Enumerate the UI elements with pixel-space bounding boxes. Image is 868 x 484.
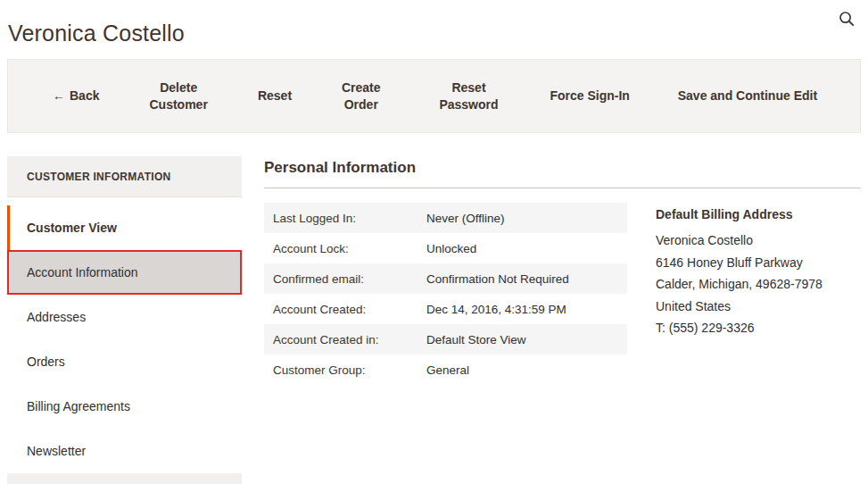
row-label: Confirmed email: (264, 272, 426, 286)
row-value: General (426, 363, 469, 377)
billing-address-title: Default Billing Address (656, 207, 865, 221)
sidebar-header: CUSTOMER INFORMATION (7, 156, 242, 197)
row-value: Dec 14, 2016, 4:31:59 PM (426, 303, 566, 316)
table-row: Last Logged In: Never (Offline) (264, 203, 627, 233)
table-row: Account Created in: Default Store View (264, 324, 627, 355)
back-button-label: Back (70, 88, 99, 103)
delete-customer-button[interactable]: Delete Customer (140, 79, 217, 113)
back-button[interactable]: ←Back (53, 88, 99, 104)
default-billing-address: Default Billing Address Veronica Costell… (656, 207, 865, 339)
row-label: Account Created: (264, 303, 426, 316)
sidebar-item-billing-agreements[interactable]: Billing Agreements (7, 384, 242, 429)
row-label: Last Logged In: (264, 212, 426, 225)
create-order-button[interactable]: Create Order (333, 79, 390, 113)
reset-password-button[interactable]: Reset Password (430, 79, 507, 113)
row-label: Account Lock: (264, 242, 426, 255)
row-value: Never (Offline) (426, 212, 505, 225)
table-row: Confirmed email: Confirmation Not Requir… (264, 263, 627, 294)
sidebar-footer-strip (7, 473, 242, 484)
sidebar-nav: Customer View Account Information Addres… (7, 205, 242, 473)
billing-address-line: 6146 Honey Bluff Parkway (656, 252, 865, 274)
billing-address-line: Veronica Costello (656, 229, 865, 252)
save-and-continue-edit-button[interactable]: Save and Continue Edit (673, 88, 823, 104)
page-title: Veronica Costello (8, 21, 185, 46)
billing-address-line: T: (555) 229-3326 (656, 317, 865, 339)
search-button[interactable] (833, 5, 860, 32)
back-arrow-icon: ← (53, 88, 65, 103)
sidebar-item-label: Customer View (27, 221, 117, 235)
section-title: Personal Information (264, 159, 861, 177)
table-row: Account Created: Dec 14, 2016, 4:31:59 P… (264, 294, 627, 324)
row-value: Default Store View (426, 333, 526, 346)
row-value: Unlocked (426, 242, 476, 255)
section-divider (264, 188, 861, 188)
table-row: Customer Group: General (264, 355, 627, 385)
personal-information-section: Personal Information Last Logged In: Nev… (264, 156, 861, 385)
sidebar-item-account-information[interactable]: Account Information (7, 250, 242, 295)
table-row: Account Lock: Unlocked (264, 233, 627, 263)
reset-button[interactable]: Reset (258, 88, 292, 104)
sidebar-item-label: Account Information (27, 265, 138, 280)
personal-information-table: Last Logged In: Never (Offline) Account … (264, 203, 627, 385)
billing-address-line: Calder, Michigan, 49628-7978 (656, 273, 865, 296)
sidebar-item-customer-view[interactable]: Customer View (7, 205, 242, 250)
sidebar-item-newsletter[interactable]: Newsletter (7, 429, 242, 473)
row-label: Account Created in: (264, 333, 426, 346)
sidebar-item-label: Newsletter (27, 444, 86, 458)
sidebar-item-orders[interactable]: Orders (7, 339, 242, 384)
search-icon (838, 10, 856, 28)
sidebar-item-label: Orders (27, 355, 65, 369)
billing-address-line: United States (656, 296, 865, 318)
sidebar-item-label: Addresses (27, 310, 86, 324)
sidebar-item-label: Billing Agreements (27, 399, 130, 413)
page-actions-toolbar: ←Back Delete Customer Reset Create Order… (7, 59, 861, 133)
customer-information-sidebar: CUSTOMER INFORMATION Customer View Accou… (7, 156, 242, 484)
sidebar-item-addresses[interactable]: Addresses (7, 295, 242, 339)
force-sign-in-button[interactable]: Force Sign-In (548, 88, 632, 104)
row-label: Customer Group: (264, 363, 426, 377)
row-value: Confirmation Not Required (426, 272, 569, 286)
